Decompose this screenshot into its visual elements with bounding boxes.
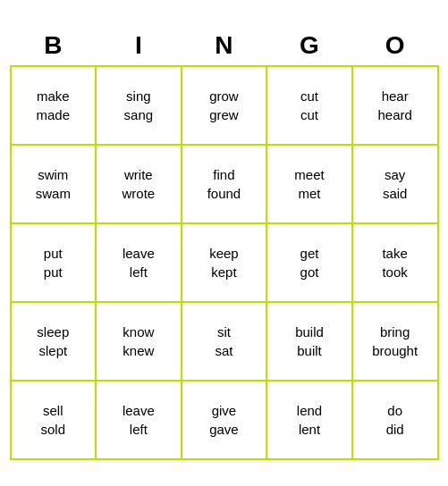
header-n: N: [182, 26, 267, 66]
list-item: meetmet: [266, 145, 352, 223]
header-g: G: [266, 26, 352, 66]
list-item: knowknew: [96, 302, 182, 381]
list-item: sellsold: [11, 381, 97, 459]
header-b: B: [11, 26, 97, 66]
list-item: hearheard: [352, 66, 438, 145]
list-item: makemade: [11, 66, 97, 145]
list-item: growgrew: [182, 66, 267, 145]
list-item: writewrote: [96, 145, 182, 223]
header-i: I: [96, 26, 182, 66]
header-row: B I N G O: [11, 26, 438, 66]
table-row: makemadesingsanggrowgrewcutcuthearheard: [11, 66, 438, 145]
table-row: sellsoldleaveleftgivegavelendlentdodid: [11, 381, 438, 459]
list-item: saysaid: [352, 145, 438, 223]
list-item: sleepslept: [11, 302, 97, 381]
list-item: findfound: [182, 145, 267, 223]
list-item: getgot: [266, 223, 352, 302]
list-item: leaveleft: [96, 223, 182, 302]
list-item: cutcut: [266, 66, 352, 145]
list-item: buildbuilt: [266, 302, 352, 381]
list-item: keepkept: [182, 223, 267, 302]
list-item: leaveleft: [96, 381, 182, 459]
list-item: lendlent: [266, 381, 352, 459]
bingo-card: B I N G O makemadesingsanggrowgrewcutcut…: [10, 26, 439, 460]
table-row: putputleaveleftkeepkeptgetgottaketook: [11, 223, 438, 302]
list-item: swimswam: [11, 145, 97, 223]
list-item: givegave: [182, 381, 267, 459]
list-item: putput: [11, 223, 97, 302]
bingo-body: makemadesingsanggrowgrewcutcuthearheards…: [11, 66, 438, 459]
list-item: bringbrought: [352, 302, 438, 381]
list-item: dodid: [352, 381, 438, 459]
list-item: taketook: [352, 223, 438, 302]
header-o: O: [352, 26, 438, 66]
list-item: singsang: [96, 66, 182, 145]
table-row: swimswamwritewrotefindfoundmeetmetsaysai…: [11, 145, 438, 223]
table-row: sleepsleptknowknewsitsatbuildbuiltbringb…: [11, 302, 438, 381]
list-item: sitsat: [182, 302, 267, 381]
